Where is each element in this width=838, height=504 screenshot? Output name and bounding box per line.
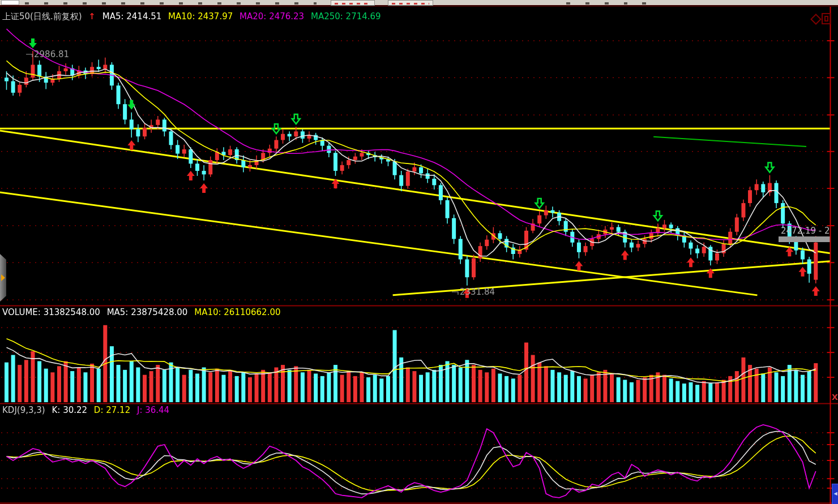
kdj-header: KDJ(9,3,3) K: 30.22 D: 27.12 J: 36.44 bbox=[2, 406, 173, 415]
top-menubar[interactable] bbox=[0, 0, 838, 6]
symbol-title: 上证50(日线.前复权) bbox=[2, 11, 82, 21]
expand-arrow-icon bbox=[1, 274, 5, 281]
main-chart-header: 上证50(日线.前复权) ↑ MA5: 2414.51 MA10: 2437.9… bbox=[2, 12, 385, 21]
toolbar-button-1[interactable] bbox=[331, 0, 375, 6]
menubar-text-fragments-right2 bbox=[642, 2, 658, 5]
ma5-value: MA5: 2414.51 bbox=[102, 11, 162, 21]
volume-header: VOLUME: 31382548.00 MA5: 23875428.00 MA1… bbox=[2, 308, 285, 317]
kdj-d-value: D: 27.12 bbox=[94, 405, 130, 415]
volume-ma10-value: MA10: 26110662.00 bbox=[194, 307, 280, 317]
ma20-value: MA20: 2476.23 bbox=[240, 11, 304, 21]
kdj-name: KDJ(9,3,3) bbox=[2, 405, 45, 415]
toolbar-button-2[interactable] bbox=[388, 0, 433, 6]
scroll-left-button[interactable]: ◀ bbox=[832, 484, 838, 504]
trend-up-icon: ↑ bbox=[88, 11, 96, 21]
volume-ma5-value: MA5: 23875428.00 bbox=[107, 307, 188, 317]
indicator-close-button[interactable]: X bbox=[832, 392, 838, 403]
chart-canvas[interactable] bbox=[0, 0, 838, 504]
menubar-text-fragments bbox=[25, 2, 317, 5]
sidebar-handle[interactable] bbox=[0, 254, 6, 301]
kdj-j-value: J: 36.44 bbox=[137, 405, 169, 415]
menubar-input-box[interactable] bbox=[1, 0, 19, 5]
ma10-value: MA10: 2437.97 bbox=[168, 11, 233, 21]
restore-window-icon[interactable] bbox=[822, 13, 831, 24]
kdj-k-value: K: 30.22 bbox=[52, 405, 87, 415]
volume-value: VOLUME: 31382548.00 bbox=[2, 307, 100, 317]
menubar-text-fragments-right bbox=[566, 2, 627, 5]
trading-app-window: 上证50(日线.前复权) ↑ MA5: 2414.51 MA10: 2437.9… bbox=[0, 0, 838, 504]
ma250-value: MA250: 2714.69 bbox=[311, 11, 381, 21]
